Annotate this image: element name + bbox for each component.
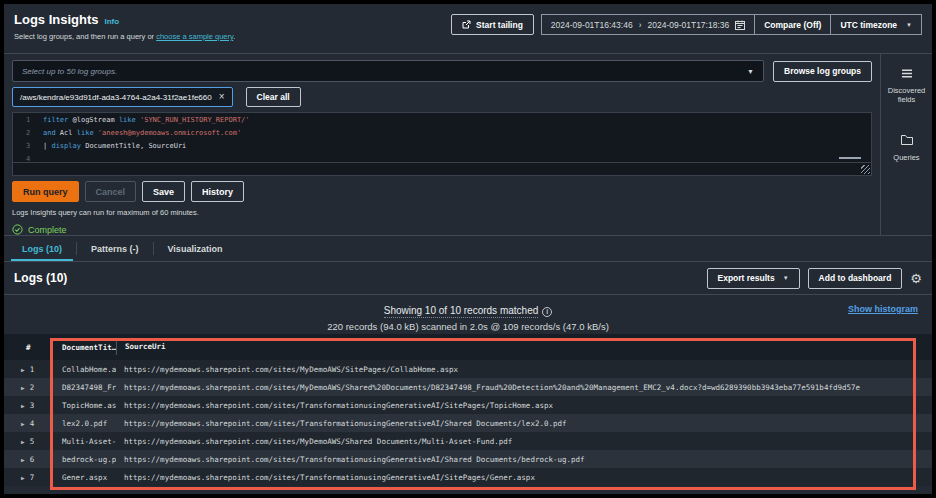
queries-label: Queries (881, 153, 932, 162)
time-range-control: 2024-09-01T16:43:46 › 2024-09-01T17:18:3… (542, 14, 922, 35)
line-number: 1 (13, 114, 43, 126)
results-title: Logs (10) (14, 271, 67, 285)
editor-scrollbar-thumb[interactable] (839, 157, 861, 159)
table-row[interactable]: ▶4 lex2.0.pdf https://mydemoaws.sharepoi… (4, 414, 932, 432)
calendar-icon (735, 20, 745, 30)
tab-patterns[interactable]: Patterns (-) (77, 236, 153, 261)
info-link[interactable]: Info (105, 17, 120, 26)
table-row[interactable]: ▶2 D82347498_Fra… https://mydemoaws.shar… (4, 378, 932, 396)
time-start: 2024-09-01T16:43:46 (551, 20, 633, 30)
cell-source-uri: https://mydemoaws.sharepoint.com/sites/M… (116, 437, 932, 446)
list-icon (901, 69, 913, 78)
row-expander-icon[interactable]: ▶ (21, 456, 25, 463)
query-line: 1 filter @logStream like 'SYNC_RUN_HISTO… (13, 114, 871, 126)
records-matched-text: Showing 10 of 10 records matched (384, 305, 539, 318)
time-end: 2024-09-01T17:18:36 (647, 20, 729, 30)
column-header-number[interactable]: # (4, 343, 54, 352)
page-title: Logs Insights (14, 12, 99, 27)
query-actions-row: Run query Cancel Save History (12, 182, 872, 201)
query-main: Select up to 50 log groups. ▼ Browse log… (4, 54, 880, 235)
row-number: 2 (30, 383, 35, 392)
discovered-fields-label: Discovered fields (881, 86, 932, 105)
page-subtitle: Select log groups, and then run a query … (14, 32, 235, 41)
editor-resize-grip[interactable] (861, 165, 870, 174)
compare-button[interactable]: Compare (Off) (754, 14, 831, 35)
query-editor[interactable]: 1 filter @logStream like 'SYNC_RUN_HISTO… (12, 112, 872, 176)
settings-gear-icon[interactable]: ⚙ (910, 272, 922, 285)
row-expander-icon[interactable]: ▶ (21, 438, 25, 445)
column-header-source-uri[interactable]: SourceUri (116, 339, 932, 355)
results-meta: Showing 10 of 10 records matched i 220 r… (4, 294, 932, 334)
sample-query-link[interactable]: choose a sample query (156, 32, 233, 41)
results-table: # DocumentTit… SourceUri ▶1 CollabHome.a… (4, 334, 932, 486)
start-tailing-button[interactable]: Start tailing (451, 14, 534, 35)
row-number: 1 (30, 365, 35, 374)
discovered-fields-button[interactable]: Discovered fields (881, 64, 932, 105)
query-duration-note: Logs Insights query can run for maximum … (12, 208, 872, 217)
line-number: 4 (13, 153, 43, 165)
table-header-row: # DocumentTit… SourceUri (4, 334, 932, 360)
row-number: 7 (30, 473, 35, 482)
table-row[interactable]: ▶1 CollabHome.as… https://mydemoaws.shar… (4, 360, 932, 378)
info-icon[interactable]: i (542, 307, 552, 317)
row-number: 3 (30, 401, 35, 410)
table-row[interactable]: ▶5 Multi-Asset-F… https://mydemoaws.shar… (4, 432, 932, 450)
line-number: 2 (13, 127, 43, 139)
row-expander-icon[interactable]: ▶ (21, 384, 25, 391)
query-status: Complete (12, 224, 872, 235)
clear-all-button[interactable]: Clear all (246, 87, 301, 107)
run-query-button[interactable]: Run query (12, 181, 79, 202)
row-number: 5 (30, 437, 35, 446)
header-left: Logs Insights Info Select log groups, an… (14, 12, 235, 53)
table-row[interactable]: ▶7 Gener.aspx https://mydemoaws.sharepoi… (4, 468, 932, 486)
export-results-button[interactable]: Export results ▼ (707, 268, 800, 289)
timezone-dropdown[interactable]: UTC timezone ▼ (830, 14, 922, 35)
log-group-chip[interactable]: /aws/kendra/e93d91df-ada3-4764-a2a4-31f2… (12, 87, 233, 107)
editor-scrollbar-track (13, 162, 871, 163)
save-button[interactable]: Save (142, 181, 185, 202)
line-number: 3 (13, 140, 43, 152)
cell-document-title: Multi-Asset-F… (54, 437, 116, 446)
cancel-button[interactable]: Cancel (85, 181, 137, 202)
chevron-down-icon: ▼ (783, 275, 789, 281)
query-line: 4 (13, 153, 871, 165)
query-line: 3 | display DocumentTitle, SourceUri (13, 140, 871, 152)
chevron-right-icon: › (639, 20, 642, 30)
log-group-select[interactable]: Select up to 50 log groups. ▼ (12, 60, 764, 82)
chevron-down-icon: ▼ (906, 22, 912, 28)
show-histogram-link[interactable]: Show histogram (848, 304, 918, 314)
add-to-dashboard-button[interactable]: Add to dashboard (808, 268, 903, 289)
cell-document-title: D82347498_Fra… (54, 383, 116, 392)
page-header: Logs Insights Info Select log groups, an… (4, 4, 932, 54)
remove-chip-icon[interactable]: × (219, 92, 225, 102)
log-group-select-row: Select up to 50 log groups. ▼ Browse log… (12, 60, 872, 82)
cell-source-uri: https://mydemoaws.sharepoint.com/sites/T… (116, 455, 932, 464)
queries-button[interactable]: Queries (881, 131, 932, 162)
table-row[interactable]: ▶3 TopicHome.aspx https://mydemoaws.shar… (4, 396, 932, 414)
column-header-document-title[interactable]: DocumentTit… (54, 343, 116, 352)
history-button[interactable]: History (191, 181, 244, 202)
date-range-button[interactable]: 2024-09-01T16:43:46 › 2024-09-01T17:18:3… (541, 14, 755, 35)
tab-visualization[interactable]: Visualization (154, 236, 237, 261)
external-link-icon (462, 20, 471, 29)
log-group-select-placeholder: Select up to 50 log groups. (22, 67, 747, 76)
check-circle-icon (12, 224, 23, 235)
tab-logs[interactable]: Logs (10) (8, 236, 76, 261)
table-row[interactable]: ▶6 bedrock-ug.pdf https://mydemoaws.shar… (4, 450, 932, 468)
row-expander-icon[interactable]: ▶ (21, 420, 25, 427)
row-expander-icon[interactable]: ▶ (21, 366, 25, 373)
browse-log-groups-button[interactable]: Browse log groups (773, 61, 872, 82)
cell-source-uri: https://mydemoaws.sharepoint.com/sites/T… (116, 473, 932, 482)
logs-insights-page: Logs Insights Info Select log groups, an… (4, 4, 932, 494)
row-number: 4 (30, 419, 35, 428)
selected-log-groups-row: /aws/kendra/e93d91df-ada3-4764-a2a4-31f2… (12, 87, 872, 107)
cell-source-uri: https://mydemoaws.sharepoint.com/sites/T… (116, 401, 932, 410)
cell-source-uri: https://mydemoaws.sharepoint.com/sites/M… (116, 383, 932, 392)
cell-document-title: TopicHome.aspx (54, 401, 116, 410)
cell-document-title: lex2.0.pdf (54, 419, 116, 428)
cell-document-title: CollabHome.as… (54, 365, 116, 374)
row-expander-icon[interactable]: ▶ (21, 402, 25, 409)
row-expander-icon[interactable]: ▶ (21, 474, 25, 481)
results-tabs: Logs (10) Patterns (-) Visualization (4, 236, 932, 262)
row-number: 6 (30, 455, 35, 464)
